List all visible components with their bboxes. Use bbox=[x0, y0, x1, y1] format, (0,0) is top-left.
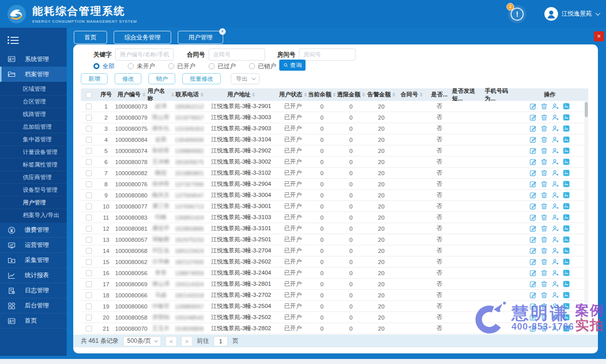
submenu-item[interactable]: 用户管理 bbox=[0, 196, 67, 209]
delete-icon[interactable] bbox=[540, 314, 548, 321]
contract-input[interactable] bbox=[209, 48, 265, 61]
submenu-item[interactable]: 供应商管理 bbox=[0, 171, 67, 184]
delete-icon[interactable] bbox=[540, 258, 548, 266]
user-transfer-icon[interactable] bbox=[551, 269, 559, 277]
sidebar-item-system[interactable]: 系统管理 bbox=[0, 51, 67, 67]
page-jump-input[interactable] bbox=[214, 336, 228, 346]
sidebar-item-operation[interactable]: 运营管理 bbox=[0, 238, 67, 253]
edit-icon[interactable] bbox=[529, 258, 537, 266]
user-menu[interactable]: 江悦逸景苑 bbox=[544, 7, 599, 21]
delete-icon[interactable] bbox=[540, 280, 548, 288]
user-transfer-icon[interactable] bbox=[551, 147, 559, 154]
edit-icon[interactable] bbox=[529, 125, 537, 132]
document-icon[interactable] bbox=[563, 158, 570, 166]
user-transfer-icon[interactable] bbox=[551, 225, 559, 232]
user-transfer-icon[interactable] bbox=[551, 114, 559, 121]
action-button-批量修改[interactable]: 批量修改 bbox=[182, 73, 221, 84]
edit-icon[interactable] bbox=[529, 325, 537, 332]
row-checkbox[interactable] bbox=[86, 248, 92, 254]
edit-icon[interactable] bbox=[529, 269, 537, 277]
row-checkbox[interactable] bbox=[86, 237, 92, 243]
user-transfer-icon[interactable] bbox=[551, 314, 559, 321]
user-transfer-icon[interactable] bbox=[551, 169, 559, 177]
edit-icon[interactable] bbox=[529, 225, 537, 232]
column-header-phone[interactable]: 联系电话 bbox=[174, 88, 205, 101]
close-window-button[interactable]: × bbox=[594, 31, 604, 41]
edit-icon[interactable] bbox=[529, 247, 537, 254]
edit-icon[interactable] bbox=[529, 180, 537, 188]
sort-icon[interactable] bbox=[362, 92, 365, 97]
delete-icon[interactable] bbox=[540, 325, 548, 332]
row-checkbox[interactable] bbox=[86, 292, 92, 298]
close-icon[interactable]: × bbox=[219, 28, 226, 35]
next-page-button[interactable]: > bbox=[181, 336, 192, 346]
row-checkbox[interactable] bbox=[86, 303, 92, 309]
edit-icon[interactable] bbox=[529, 169, 537, 177]
user-transfer-icon[interactable] bbox=[551, 102, 559, 110]
page-size-select[interactable]: 500条/页 bbox=[123, 336, 161, 346]
document-icon[interactable] bbox=[563, 147, 570, 154]
edit-icon[interactable] bbox=[529, 291, 537, 299]
user-transfer-icon[interactable] bbox=[551, 158, 559, 166]
row-checkbox[interactable] bbox=[86, 148, 92, 154]
user-transfer-icon[interactable] bbox=[551, 202, 559, 210]
column-header-user_id[interactable]: 用户编号 bbox=[115, 88, 147, 101]
delete-icon[interactable] bbox=[540, 225, 548, 232]
keyword-input[interactable] bbox=[115, 48, 174, 61]
edit-icon[interactable] bbox=[529, 236, 537, 243]
sidebar-item-backend[interactable]: 后台管理 bbox=[0, 298, 67, 314]
row-checkbox[interactable] bbox=[86, 126, 92, 132]
submenu-item[interactable]: 台区管理 bbox=[0, 95, 67, 108]
document-icon[interactable] bbox=[563, 225, 570, 232]
document-icon[interactable] bbox=[563, 325, 570, 332]
edit-icon[interactable] bbox=[529, 136, 537, 143]
document-icon[interactable] bbox=[563, 125, 570, 132]
status-radio-已销户[interactable]: 已销户 bbox=[249, 62, 276, 71]
submenu-item[interactable]: 标签属性管理 bbox=[0, 159, 67, 171]
delete-icon[interactable] bbox=[540, 302, 548, 310]
delete-icon[interactable] bbox=[540, 180, 548, 188]
sidebar-item-log[interactable]: 日志管理 bbox=[0, 283, 67, 298]
column-header-alarm[interactable]: 告警金额 bbox=[366, 88, 396, 101]
column-header-status[interactable]: 用户状态 bbox=[278, 88, 308, 101]
edit-icon[interactable] bbox=[529, 191, 537, 199]
row-checkbox[interactable] bbox=[86, 203, 92, 210]
document-icon[interactable] bbox=[563, 114, 570, 121]
edit-icon[interactable] bbox=[529, 202, 537, 210]
user-transfer-icon[interactable] bbox=[551, 302, 559, 310]
row-checkbox[interactable] bbox=[86, 103, 92, 110]
tab-3[interactable]: 用户管理× bbox=[178, 31, 223, 44]
room-input[interactable] bbox=[299, 48, 356, 61]
vertical-scrollbar[interactable] bbox=[585, 102, 588, 117]
sidebar-item-collection[interactable]: 采集管理 bbox=[0, 253, 67, 268]
document-icon[interactable] bbox=[563, 247, 570, 254]
sort-icon[interactable] bbox=[200, 92, 204, 97]
document-icon[interactable] bbox=[563, 269, 570, 277]
sort-icon[interactable] bbox=[420, 92, 423, 97]
status-radio-全部[interactable]: 全部 bbox=[93, 62, 115, 71]
delete-icon[interactable] bbox=[540, 102, 548, 110]
delete-icon[interactable] bbox=[540, 269, 548, 277]
action-button-新增[interactable]: 新增 bbox=[81, 73, 108, 84]
row-checkbox[interactable] bbox=[86, 159, 92, 165]
user-transfer-icon[interactable] bbox=[551, 214, 559, 221]
user-transfer-icon[interactable] bbox=[551, 180, 559, 188]
user-transfer-icon[interactable] bbox=[551, 136, 559, 143]
delete-icon[interactable] bbox=[540, 125, 548, 132]
row-checkbox[interactable] bbox=[86, 226, 92, 232]
sort-icon[interactable] bbox=[392, 92, 395, 97]
row-checkbox[interactable] bbox=[86, 281, 92, 287]
row-checkbox[interactable] bbox=[86, 259, 92, 265]
document-icon[interactable] bbox=[563, 214, 570, 221]
status-radio-未开户[interactable]: 未开户 bbox=[128, 62, 155, 71]
user-transfer-icon[interactable] bbox=[551, 247, 559, 254]
edit-icon[interactable] bbox=[529, 280, 537, 288]
row-checkbox[interactable] bbox=[86, 326, 92, 332]
sidebar-item-payment[interactable]: 缴费管理 bbox=[0, 223, 67, 238]
export-button[interactable]: 导出 bbox=[231, 73, 260, 84]
row-checkbox[interactable] bbox=[86, 181, 92, 187]
tab-2[interactable]: 综合业务管理 bbox=[114, 31, 171, 44]
delete-icon[interactable] bbox=[540, 169, 548, 177]
row-checkbox[interactable] bbox=[86, 170, 92, 176]
user-transfer-icon[interactable] bbox=[551, 280, 559, 288]
